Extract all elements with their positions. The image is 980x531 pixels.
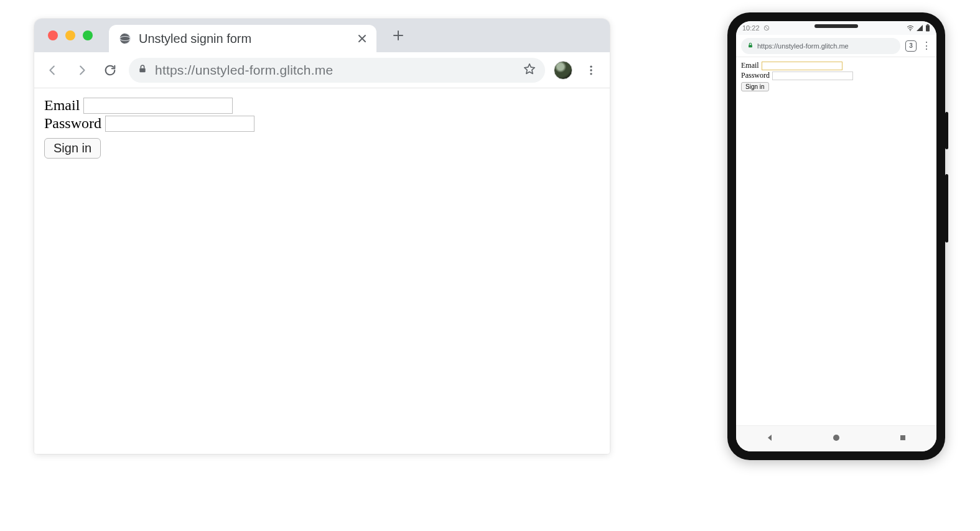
mobile-toolbar: https://unstyled-form.glitch.me 3 ⋮	[736, 35, 936, 57]
svg-point-8	[910, 30, 911, 31]
minimize-window-icon[interactable]	[65, 30, 75, 40]
page-content: Email Password Sign in	[34, 88, 610, 167]
mobile-password-label: Password	[741, 71, 770, 80]
svg-rect-9	[926, 25, 930, 32]
profile-avatar[interactable]	[554, 61, 572, 80]
tab-title: Unstyled signin form	[139, 32, 349, 46]
mobile-url-text: https://unstyled-form.glitch.me	[757, 42, 849, 50]
signal-icon	[917, 25, 923, 31]
svg-point-6	[590, 73, 592, 75]
url-text: https://unstyled-form.glitch.me	[155, 63, 515, 78]
nav-home-icon[interactable]	[832, 433, 841, 445]
password-row: Password	[44, 115, 600, 132]
status-time: 10:22	[742, 24, 760, 32]
signin-button[interactable]: Sign in	[44, 138, 101, 159]
email-label: Email	[44, 97, 80, 114]
svg-point-12	[833, 435, 839, 441]
status-bar: 10:22	[736, 21, 936, 35]
mobile-password-input[interactable]	[772, 72, 853, 80]
mobile-signin-button[interactable]: Sign in	[741, 82, 769, 91]
lock-icon	[138, 64, 147, 76]
mobile-page-content: Email Password Sign in	[736, 57, 936, 425]
password-input[interactable]	[105, 116, 254, 132]
svg-rect-10	[927, 24, 929, 25]
mobile-email-row: Email	[741, 61, 931, 70]
lock-icon	[747, 42, 754, 50]
tab-count: 3	[909, 42, 913, 49]
do-not-disturb-icon	[763, 25, 770, 31]
nav-back-icon[interactable]	[765, 433, 774, 445]
close-tab-icon[interactable]	[357, 33, 368, 44]
browser-tab[interactable]: Unstyled signin form	[109, 25, 376, 52]
browser-toolbar: https://unstyled-form.glitch.me	[34, 52, 610, 88]
phone-power-button	[945, 112, 948, 149]
address-bar[interactable]: https://unstyled-form.glitch.me	[129, 58, 545, 83]
email-row: Email	[44, 97, 600, 114]
password-label: Password	[44, 115, 101, 132]
phone-screen: 10:22 ht	[736, 21, 936, 451]
battery-icon	[925, 24, 930, 32]
close-window-icon[interactable]	[48, 30, 58, 40]
mobile-address-bar[interactable]: https://unstyled-form.glitch.me	[741, 38, 900, 54]
star-icon[interactable]	[523, 62, 536, 78]
nav-recent-icon[interactable]	[898, 433, 907, 445]
svg-point-5	[590, 69, 592, 71]
svg-rect-13	[900, 435, 905, 440]
mobile-email-label: Email	[741, 61, 759, 70]
mobile-menu-button[interactable]: ⋮	[922, 41, 931, 51]
mobile-email-input[interactable]	[762, 62, 842, 70]
android-nav-bar	[736, 425, 936, 451]
new-tab-button[interactable]	[388, 25, 409, 46]
globe-icon	[119, 32, 131, 45]
forward-button[interactable]	[72, 60, 91, 80]
tab-switcher-button[interactable]: 3	[905, 40, 917, 52]
mobile-password-row: Password	[741, 71, 931, 80]
svg-point-4	[590, 65, 592, 67]
window-controls	[48, 30, 93, 40]
reload-button[interactable]	[100, 60, 120, 80]
tab-strip: Unstyled signin form	[34, 19, 610, 52]
email-input[interactable]	[83, 98, 233, 114]
svg-rect-11	[749, 45, 752, 47]
back-button[interactable]	[43, 60, 63, 80]
svg-rect-3	[139, 68, 145, 72]
maximize-window-icon[interactable]	[83, 30, 93, 40]
phone-device-frame: 10:22 ht	[727, 12, 945, 460]
menu-button[interactable]	[581, 60, 601, 80]
desktop-browser-window: Unstyled signin form https://unstyled-fo…	[34, 19, 610, 454]
wifi-icon	[907, 25, 914, 31]
phone-volume-button	[945, 174, 948, 242]
